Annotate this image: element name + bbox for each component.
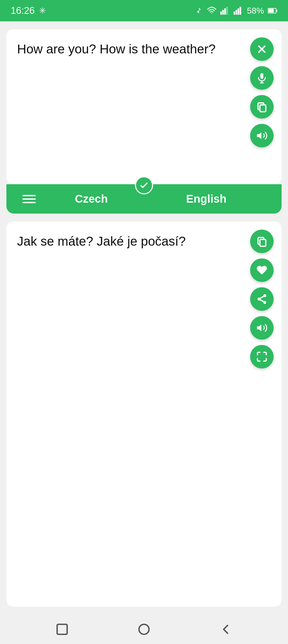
copy-input-button[interactable] [250,95,274,119]
favorite-button[interactable] [250,258,274,282]
battery-icon [268,6,277,15]
svg-rect-3 [226,7,228,15]
copy-output-button[interactable] [250,230,274,253]
back-button[interactable] [215,619,237,640]
heart-icon [256,264,268,276]
microphone-icon [256,72,268,84]
svg-rect-0 [220,11,222,15]
svg-rect-2 [224,8,226,15]
svg-marker-14 [257,132,262,139]
nav-bar [0,615,288,644]
menu-button[interactable] [22,195,36,203]
svg-point-17 [258,298,261,301]
svg-rect-12 [261,73,263,79]
input-actions [250,37,274,147]
main-content: How are you? How is the weather? [0,21,288,615]
share-button[interactable] [250,287,274,311]
check-icon [139,180,149,190]
fullscreen-icon [256,351,268,363]
output-card: Jak se máte? Jaké je počasí? [6,222,282,607]
svg-rect-9 [276,10,278,12]
close-icon [256,43,268,55]
speaker-input-button[interactable] [250,124,274,147]
clear-button[interactable] [250,37,274,61]
lang-labels: Czech English [36,193,266,205]
battery-display: 58% [247,6,264,16]
status-bar: 16:26 ✳ 58% [0,0,288,21]
recent-apps-button[interactable] [51,619,73,640]
notification-icon: ✳ [39,6,46,16]
svg-point-21 [139,624,149,634]
svg-rect-13 [260,105,266,112]
square-icon [55,623,69,636]
microphone-button[interactable] [250,66,274,90]
svg-rect-5 [235,10,237,15]
svg-rect-4 [234,11,235,15]
svg-rect-1 [222,10,224,15]
checkmark-badge [135,176,153,194]
status-time: 16:26 ✳ [11,5,46,16]
speaker-output-icon [256,322,268,334]
svg-rect-20 [57,624,67,634]
output-text: Jak se máte? Jaké je počasí? [17,232,236,250]
language-bar: Czech English [6,184,282,214]
signal-icon [220,6,230,15]
back-icon [219,623,233,636]
signal2-icon [234,6,243,15]
svg-rect-6 [238,8,239,15]
output-actions [250,230,274,368]
svg-marker-19 [257,324,262,331]
svg-point-18 [263,301,266,304]
copy-icon [256,101,268,113]
input-card: How are you? How is the weather? [6,29,282,184]
speaker-output-button[interactable] [250,316,274,340]
share-icon [256,293,268,305]
input-text[interactable]: How are you? How is the weather? [17,40,236,58]
speaker-icon [256,130,268,142]
copy-output-icon [256,235,268,247]
status-icons: 58% [195,6,277,16]
fullscreen-button[interactable] [250,345,274,368]
home-button[interactable] [133,619,155,640]
svg-rect-15 [260,239,266,246]
target-language[interactable]: English [186,193,227,205]
svg-point-16 [263,294,266,297]
svg-rect-7 [239,7,241,15]
bluetooth-icon [195,6,203,15]
source-language[interactable]: Czech [75,193,108,205]
wifi-icon [207,6,217,15]
circle-icon [137,623,151,636]
time-display: 16:26 [11,5,35,16]
